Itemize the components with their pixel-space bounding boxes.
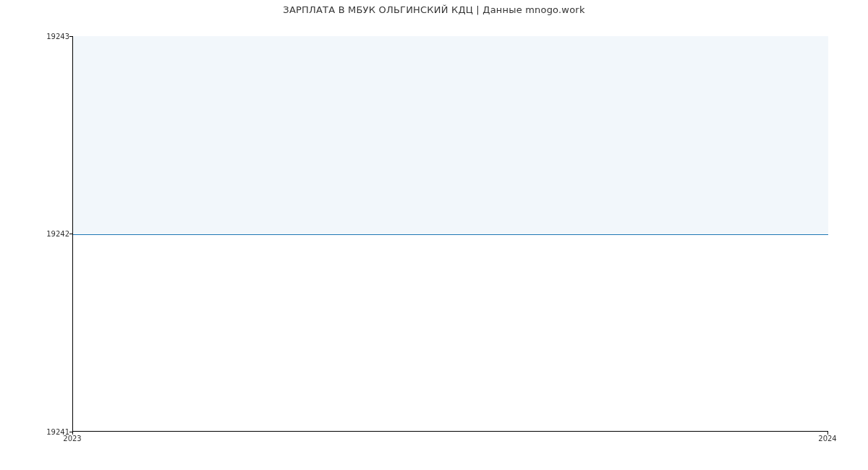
y-tick-label: 19243 (46, 33, 69, 40)
chart-container: ЗАРПЛАТА В МБУК ОЛЬГИНСКИЙ КДЦ | Данные … (0, 0, 868, 470)
x-tick-label: 2024 (818, 435, 836, 443)
line-series (73, 234, 828, 235)
area-fill (73, 36, 828, 234)
chart-title: ЗАРПЛАТА В МБУК ОЛЬГИНСКИЙ КДЦ | Данные … (0, 4, 868, 15)
y-tick-label: 19242 (46, 230, 69, 238)
plot-area (72, 36, 828, 432)
x-tick-label: 2023 (63, 435, 81, 443)
